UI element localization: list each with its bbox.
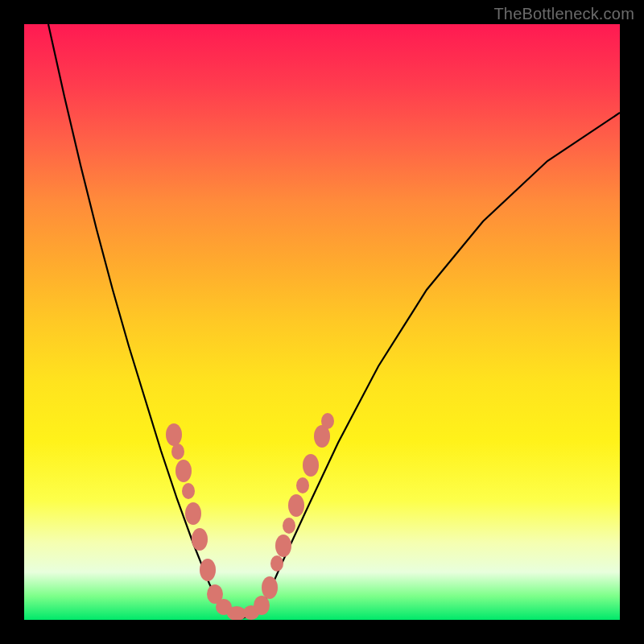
bead-marker bbox=[254, 596, 270, 615]
bead-marker bbox=[200, 559, 216, 581]
bead-marker bbox=[288, 494, 304, 517]
bead-marker bbox=[175, 460, 192, 482]
bead-marker bbox=[166, 423, 182, 446]
chart-container: TheBottleneck.com bbox=[0, 0, 644, 644]
bead-marker bbox=[171, 444, 184, 460]
watermark-label: TheBottleneck.com bbox=[493, 5, 634, 23]
bead-marker bbox=[275, 535, 291, 557]
bead-marker bbox=[283, 518, 295, 534]
bead-marker bbox=[262, 576, 278, 599]
bead-marker bbox=[182, 483, 195, 499]
bead-marker bbox=[296, 477, 309, 493]
bead-marker bbox=[192, 528, 208, 551]
curve-beads bbox=[166, 413, 334, 620]
bead-marker bbox=[270, 555, 283, 572]
bead-marker bbox=[185, 502, 201, 525]
bead-marker bbox=[303, 454, 319, 477]
curve-layer bbox=[24, 24, 620, 620]
plot-area bbox=[24, 24, 620, 620]
curve-path-group bbox=[48, 24, 620, 618]
bottleneck-curve bbox=[48, 24, 620, 618]
bead-marker bbox=[321, 413, 334, 429]
